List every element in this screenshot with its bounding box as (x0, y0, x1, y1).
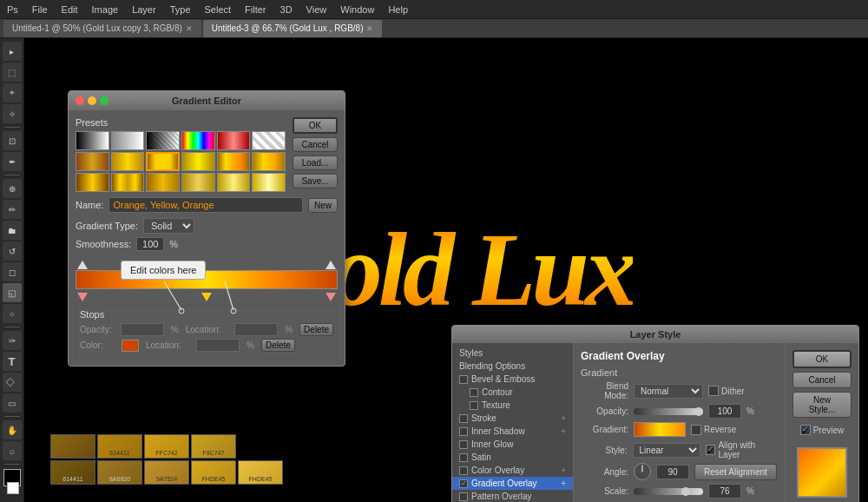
opacity-slider[interactable] (634, 408, 703, 415)
menu-edit[interactable]: Edit (62, 4, 78, 15)
ls-item-inner-glow[interactable]: Inner Glow (452, 438, 573, 451)
menu-image[interactable]: Image (92, 4, 119, 15)
preset-13[interactable] (76, 173, 109, 192)
tab-close-icon[interactable]: ✕ (186, 24, 193, 33)
align-layer-checkbox[interactable]: ✓ (706, 445, 716, 455)
tool-hand[interactable]: ✋ (3, 420, 22, 439)
tool-lasso[interactable]: ⌖ (3, 83, 22, 102)
tool-crop[interactable]: ⊡ (3, 131, 22, 150)
ls-new-style-button[interactable]: New Style... (792, 392, 852, 418)
new-gradient-button[interactable]: New (308, 198, 338, 213)
menu-file[interactable]: File (32, 4, 48, 15)
color-overlay-checkbox[interactable] (459, 466, 468, 475)
color-stop-swatch[interactable] (122, 340, 139, 352)
tool-select[interactable]: ⬚ (3, 63, 22, 82)
ls-item-texture[interactable]: Texture (452, 399, 573, 412)
ls-item-inner-shadow[interactable]: Inner Shadow + (452, 425, 573, 438)
reset-alignment-button[interactable]: Reset Alignment (694, 464, 777, 480)
preset-14[interactable] (111, 173, 145, 192)
tool-path[interactable]: ⃟ (3, 373, 22, 392)
texture-checkbox[interactable] (470, 401, 478, 410)
menu-layer[interactable]: Layer (132, 4, 156, 15)
tool-zoom[interactable]: ⌕ (3, 441, 22, 460)
tool-gradient[interactable]: ◱ (3, 283, 22, 302)
style-select[interactable]: Linear (633, 443, 700, 458)
swatch-1[interactable] (50, 434, 95, 459)
tab-close-icon-active[interactable]: ✕ (366, 24, 373, 33)
tool-shape[interactable]: ▭ (3, 393, 22, 413)
menu-help[interactable]: Help (388, 4, 408, 15)
tool-eraser[interactable]: ◻ (3, 262, 22, 281)
preview-checkbox[interactable]: ✓ (800, 425, 811, 435)
preset-8[interactable] (111, 152, 145, 171)
ls-item-contour[interactable]: Contour (452, 386, 573, 399)
swatch-2[interactable]: 614411 (97, 434, 142, 459)
delete-stop-button[interactable]: Delete (299, 323, 333, 336)
pattern-overlay-checkbox[interactable] (459, 492, 468, 501)
tool-history[interactable]: ↺ (3, 241, 22, 261)
swatch-7[interactable]: 9A7524 (144, 460, 189, 485)
ls-item-bevel[interactable]: Bevel & Emboss (452, 373, 573, 386)
menu-select[interactable]: Select (205, 4, 232, 15)
gradient-editor-titlebar[interactable]: Gradient Editor (69, 91, 345, 110)
ls-item-styles[interactable]: Styles (452, 347, 573, 360)
stroke-checkbox[interactable] (459, 414, 468, 423)
ls-item-color-overlay[interactable]: Color Overlay + (452, 464, 573, 477)
tool-dodge[interactable]: ○ (3, 304, 22, 323)
inner-glow-checkbox[interactable] (459, 440, 468, 449)
color-location-input[interactable] (196, 339, 240, 352)
swatch-9[interactable]: FHDE45 (238, 460, 283, 485)
ls-cancel-button[interactable]: Cancel (792, 372, 852, 388)
preset-2[interactable] (111, 131, 145, 150)
scale-thumb[interactable] (681, 487, 690, 496)
opacity-stop-input[interactable] (121, 323, 164, 336)
opacity-stop-right[interactable] (326, 261, 336, 269)
menu-ps[interactable]: Ps (7, 4, 18, 15)
preset-15[interactable] (146, 173, 180, 192)
color-stop-left[interactable] (77, 293, 88, 301)
opacity-thumb[interactable] (694, 407, 703, 416)
preset-12[interactable] (252, 152, 286, 171)
dither-checkbox[interactable] (708, 386, 719, 396)
preset-4[interactable] (181, 131, 215, 150)
ls-ok-button[interactable]: OK (792, 350, 852, 368)
tool-magic-wand[interactable]: ✧ (3, 104, 22, 123)
reverse-checkbox[interactable] (691, 425, 701, 435)
menu-view[interactable]: View (306, 4, 327, 15)
tool-pen[interactable]: ✑ (3, 331, 22, 350)
close-button[interactable] (76, 96, 84, 105)
ls-item-blending[interactable]: Blending Options (452, 360, 573, 373)
load-button[interactable]: Load... (293, 155, 338, 170)
inner-shadow-checkbox[interactable] (459, 427, 468, 436)
gradient-preview-swatch[interactable] (634, 422, 686, 437)
save-button[interactable]: Save... (293, 174, 338, 188)
background-color[interactable] (7, 482, 19, 494)
tool-type[interactable]: T (3, 352, 22, 371)
maximize-button[interactable] (100, 96, 108, 105)
bevel-checkbox[interactable] (459, 375, 468, 384)
menu-type[interactable]: Type (170, 4, 191, 15)
preset-5[interactable] (217, 131, 251, 150)
satin-checkbox[interactable] (459, 453, 468, 462)
menu-filter[interactable]: Filter (245, 4, 266, 15)
preset-6[interactable] (252, 131, 286, 150)
location-stop-input[interactable] (234, 323, 278, 336)
angle-input[interactable] (656, 465, 689, 479)
scale-input[interactable] (708, 484, 741, 499)
tab-untitled1[interactable]: Untitled-1 @ 50% (Gold Lux copy 3, RGB/8… (3, 20, 201, 37)
scale-slider[interactable] (634, 488, 703, 495)
name-input[interactable] (108, 197, 303, 213)
cancel-button[interactable]: Cancel (293, 137, 338, 152)
preset-3[interactable] (146, 131, 180, 150)
contour-checkbox[interactable] (470, 388, 478, 397)
swatch-6[interactable]: 8A6820 (97, 460, 142, 485)
preset-7[interactable] (76, 152, 109, 171)
preset-9[interactable] (146, 152, 180, 171)
delete-color-stop-button[interactable]: Delete (261, 339, 295, 352)
layer-style-titlebar[interactable]: Layer Style (452, 326, 858, 343)
opacity-input[interactable] (708, 404, 741, 419)
tool-brush[interactable]: ✏ (3, 200, 22, 219)
ls-item-gradient-overlay[interactable]: ✓ Gradient Overlay + (452, 477, 573, 490)
swatch-3[interactable]: FFC742 (144, 434, 189, 459)
menu-3d[interactable]: 3D (280, 4, 293, 15)
